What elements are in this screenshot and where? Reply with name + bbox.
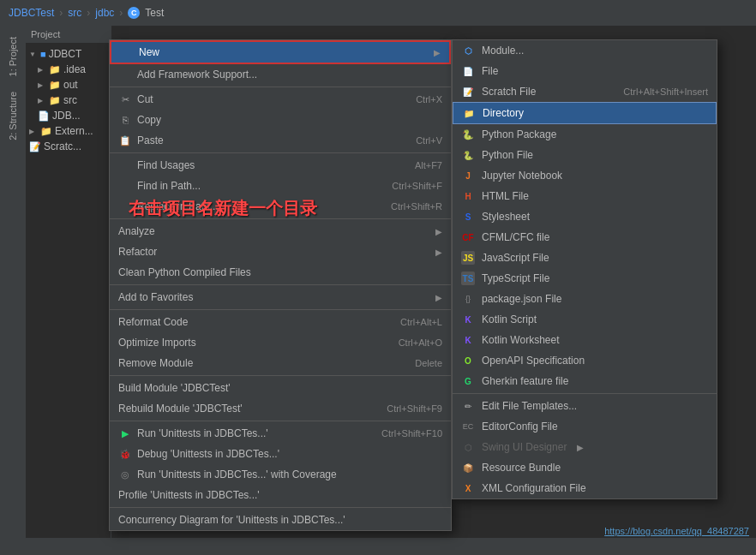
ctx-item-paste[interactable]: 📋 Paste Ctrl+V xyxy=(110,130,451,151)
ctx-item-concurrency[interactable]: Concurrency Diagram for 'Unittests in JD… xyxy=(110,510,451,530)
sidebar-tab-project[interactable]: 1: Project xyxy=(4,30,21,83)
breadcrumb-file: Test xyxy=(145,7,164,19)
tree-item-scratch[interactable]: 📝 Scratc... xyxy=(26,139,111,154)
ctx-item-profile[interactable]: Profile 'Unittests in JDBCTes...' xyxy=(110,485,451,505)
sub-item-kotlin-script[interactable]: K Kotlin Script xyxy=(453,309,717,330)
ctx-item-cut[interactable]: ✂ Cut Ctrl+X xyxy=(110,89,451,110)
sub-item-file[interactable]: 📄 File xyxy=(453,61,717,81)
tree-arrow-idea: ▶ xyxy=(38,66,46,74)
paste-icon: 📋 xyxy=(118,134,132,147)
ctx-item-run-coverage[interactable]: ◎ Run 'Unittests in JDBCTes...' with Cov… xyxy=(110,464,451,485)
ctx-shortcut-optimize: Ctrl+Alt+O xyxy=(399,337,442,348)
sub-item-html[interactable]: H HTML File xyxy=(453,186,717,206)
sub-item-typescript[interactable]: TS TypeScript File xyxy=(453,268,717,289)
ctx-label-debug-unittests: Debug 'Unittests in JDBCTes...' xyxy=(137,448,442,460)
sub-item-module[interactable]: ⬡ Module... xyxy=(453,40,717,61)
sub-label-cfml: CFML/CFC file xyxy=(482,231,549,243)
resource-bundle-icon: 📦 xyxy=(461,461,475,474)
sub-label-directory: Directory xyxy=(483,107,524,119)
sub-label-jupyter: Jupyter Notebook xyxy=(482,170,562,182)
kotlin-worksheet-icon: K xyxy=(461,333,475,347)
run-icon: ▶ xyxy=(118,427,132,440)
ctx-item-add-framework[interactable]: Add Framework Support... xyxy=(110,64,451,85)
ctx-item-find-path[interactable]: Find in Path... Ctrl+Shift+F xyxy=(110,176,451,196)
sub-label-typescript: TypeScript File xyxy=(482,272,549,284)
tree-item-extern[interactable]: ▶ 📁 Extern... xyxy=(26,123,111,139)
sub-item-directory[interactable]: 📁 Directory xyxy=(453,102,717,124)
ctx-label-refactor: Refactor xyxy=(118,246,427,258)
openapi-icon: O xyxy=(461,354,475,367)
sub-item-resource-bundle[interactable]: 📦 Resource Bundle xyxy=(453,457,717,478)
ctx-item-optimize[interactable]: Optimize Imports Ctrl+Alt+O xyxy=(110,332,451,353)
sidebar: 1: Project 2: Structure xyxy=(0,26,26,555)
ctx-arrow-new: ▶ xyxy=(434,48,441,57)
breadcrumb-jdbc[interactable]: jdbc xyxy=(95,7,114,19)
ctx-label-new: New xyxy=(139,46,425,58)
sub-item-package-json[interactable]: {} package.json File xyxy=(453,289,717,309)
sub-label-resource-bundle: Resource Bundle xyxy=(482,462,561,474)
ctx-item-build-module[interactable]: Build Module 'JDBCTest' xyxy=(110,378,451,398)
ctx-icon-replace-path xyxy=(118,200,132,213)
ctx-label-copy: Copy xyxy=(137,114,442,126)
sub-item-python-file[interactable]: 🐍 Python File xyxy=(453,145,717,165)
sub-item-javascript[interactable]: JS JavaScript File xyxy=(453,248,717,268)
jupyter-icon: J xyxy=(461,169,475,182)
tree-item-src[interactable]: ▶ 📁 src xyxy=(26,92,111,108)
ctx-item-find-usages[interactable]: Find Usages Alt+F7 xyxy=(110,155,451,176)
breadcrumb-src[interactable]: src xyxy=(68,7,81,19)
ctx-item-copy[interactable]: ⎘ Copy xyxy=(110,110,451,130)
directory-folder-icon: 📁 xyxy=(462,106,476,120)
project-panel: Project ▼ ■ JDBCT ▶ 📁 .idea ▶ 📁 out ▶ 📁 … xyxy=(26,26,111,555)
ctx-shortcut-rebuild-module: Ctrl+Shift+F9 xyxy=(387,403,442,414)
python-package-icon: 🐍 xyxy=(461,128,475,141)
sub-item-editorconfig[interactable]: EC EditorConfig File xyxy=(453,416,717,437)
ctx-arrow-add-favorites: ▶ xyxy=(435,293,442,302)
xml-icon: X xyxy=(461,481,475,495)
tree-item-out[interactable]: ▶ 📁 out xyxy=(26,77,111,92)
tree-icon-extern: 📁 xyxy=(40,126,52,137)
ctx-shortcut-find-usages: Alt+F7 xyxy=(415,160,442,170)
ctx-item-clean-python[interactable]: Clean Python Compiled Files xyxy=(110,262,451,283)
sub-item-edit-templates[interactable]: ✏ Edit File Templates... xyxy=(453,396,717,416)
project-header: Project xyxy=(26,26,111,43)
ctx-label-replace-path: Replace in Path... xyxy=(137,200,386,212)
ctx-item-rebuild-module[interactable]: Rebuild Module 'JDBCTest' Ctrl+Shift+F9 xyxy=(110,398,451,419)
tree-item-jdb[interactable]: 📄 JDB... xyxy=(26,108,111,123)
ctx-sep-3 xyxy=(110,218,451,219)
sub-item-stylesheet[interactable]: S Stylesheet xyxy=(453,206,717,227)
sub-item-kotlin-worksheet[interactable]: K Kotlin Worksheet xyxy=(453,330,717,350)
ctx-item-run-unittests[interactable]: ▶ Run 'Unittests in JDBCTes...' Ctrl+Shi… xyxy=(110,423,451,444)
sub-item-gherkin[interactable]: G Gherkin feature file xyxy=(453,371,717,391)
sub-item-xml-config[interactable]: X XML Configuration File xyxy=(453,478,717,498)
ctx-item-debug-unittests[interactable]: 🐞 Debug 'Unittests in JDBCTes...' xyxy=(110,444,451,464)
ctx-item-refactor[interactable]: Refactor ▶ xyxy=(110,242,451,262)
swing-arrow: ▶ xyxy=(577,443,584,452)
sub-label-javascript: JavaScript File xyxy=(482,252,549,264)
sub-item-cfml[interactable]: CF CFML/CFC file xyxy=(453,227,717,248)
ctx-item-reformat[interactable]: Reformat Code Ctrl+Alt+L xyxy=(110,312,451,332)
sub-item-jupyter[interactable]: J Jupyter Notebook xyxy=(453,165,717,186)
tree-label-jdb: JDB... xyxy=(52,110,81,122)
ctx-item-new[interactable]: New ▶ xyxy=(110,40,451,64)
sub-item-scratch-file[interactable]: 📝 Scratch File Ctrl+Alt+Shift+Insert xyxy=(453,81,717,102)
python-file-icon: 🐍 xyxy=(461,148,475,162)
ctx-item-remove-module[interactable]: Remove Module Delete xyxy=(110,353,451,373)
ctx-item-add-favorites[interactable]: Add to Favorites ▶ xyxy=(110,287,451,307)
swing-icon: ⬡ xyxy=(461,440,475,454)
sub-label-stylesheet: Stylesheet xyxy=(482,211,530,223)
ctx-sep-2 xyxy=(110,152,451,153)
ctx-item-analyze[interactable]: Analyze ▶ xyxy=(110,221,451,242)
ctx-sep-1 xyxy=(110,87,451,87)
sub-item-python-package[interactable]: 🐍 Python Package xyxy=(453,124,717,145)
ctx-label-concurrency: Concurrency Diagram for 'Unittests in JD… xyxy=(118,514,442,526)
tree-item-jdbctest[interactable]: ▼ ■ JDBCT xyxy=(26,46,111,62)
tree-icon-src: 📁 xyxy=(49,95,61,106)
sub-item-openapi[interactable]: O OpenAPI Specification xyxy=(453,350,717,371)
sidebar-tab-structure[interactable]: 2: Structure xyxy=(4,85,21,147)
breadcrumb-project[interactable]: JDBCTest xyxy=(9,7,54,19)
copy-icon: ⎘ xyxy=(118,113,132,127)
ctx-arrow-analyze: ▶ xyxy=(435,227,442,236)
tree-item-idea[interactable]: ▶ 📁 .idea xyxy=(26,62,111,77)
ctx-item-replace-path[interactable]: Replace in Path... Ctrl+Shift+R xyxy=(110,196,451,217)
ctx-icon-new xyxy=(120,45,134,59)
